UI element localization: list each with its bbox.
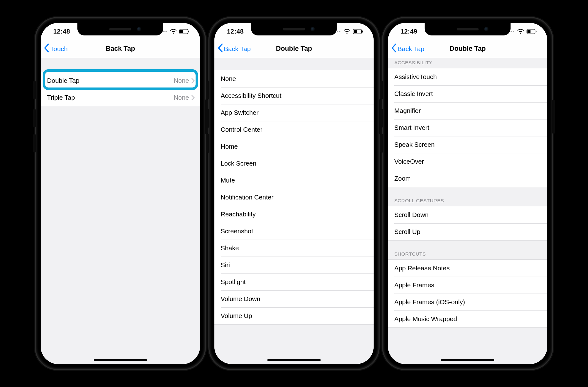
option-row[interactable]: Zoom	[388, 170, 547, 187]
option-row[interactable]: Volume Up	[214, 307, 374, 324]
option-row[interactable]: Apple Frames (iOS-only)	[388, 294, 547, 310]
section-header: Shortcuts	[388, 251, 547, 259]
screen: 12:49 Back Tap Double Tap AccessibilityA…	[388, 23, 547, 364]
option-label: Home	[221, 143, 238, 150]
option-row[interactable]: Siri	[214, 257, 374, 273]
notch	[251, 23, 337, 35]
option-label: App Release Notes	[394, 264, 547, 272]
option-row[interactable]: Lock Screen	[214, 155, 374, 172]
back-label: Touch	[50, 45, 68, 53]
nav-bar: Back Tap Double Tap	[214, 40, 374, 58]
option-row[interactable]: Screenshot	[214, 223, 374, 240]
option-row[interactable]: Smart Invert	[388, 119, 547, 136]
section-header: Accessibility	[388, 60, 547, 68]
option-row[interactable]: VoiceOver	[388, 153, 547, 170]
option-row[interactable]: None	[214, 70, 374, 87]
option-label: Accessibility Shortcut	[221, 92, 281, 99]
option-row[interactable]: Notification Center	[214, 189, 374, 206]
row-double-tap[interactable]: Double Tap None	[41, 72, 200, 89]
option-label: Mute	[221, 177, 235, 184]
chevron-left-icon	[44, 44, 50, 54]
option-label: Magnifier	[394, 107, 547, 114]
option-row[interactable]: Classic Invert	[388, 85, 547, 102]
option-label: Apple Frames (iOS-only)	[394, 298, 547, 306]
notch	[425, 23, 511, 35]
option-row[interactable]: Apple Music Wrapped	[388, 310, 547, 327]
option-row[interactable]: Shake	[214, 240, 374, 257]
home-indicator[interactable]	[441, 359, 494, 361]
notch	[77, 23, 163, 35]
back-button[interactable]: Back Tap	[218, 40, 251, 58]
option-label: AssistiveTouch	[394, 73, 547, 81]
svg-rect-8	[536, 30, 537, 32]
content[interactable]: AccessibilityAssistiveTouchClassic Inver…	[388, 58, 547, 364]
row-value: None	[174, 77, 189, 84]
option-row[interactable]: Speak Screen	[388, 136, 547, 153]
wifi-icon	[517, 29, 524, 34]
option-row[interactable]: App Switcher	[214, 104, 374, 121]
option-label: VoiceOver	[394, 158, 547, 165]
option-label: Siri	[221, 261, 230, 269]
svg-rect-4	[354, 30, 357, 33]
option-label: Volume Up	[221, 312, 252, 320]
battery-icon	[353, 29, 363, 34]
option-label: Speak Screen	[394, 141, 547, 148]
status-time: 12:49	[397, 28, 417, 35]
option-label: Zoom	[394, 175, 547, 182]
option-row[interactable]: Mute	[214, 172, 374, 189]
row-label: Triple Tap	[47, 94, 174, 101]
wifi-icon	[344, 29, 350, 34]
status-time: 12:48	[223, 28, 244, 35]
back-button[interactable]: Touch	[44, 40, 68, 58]
option-label: Notification Center	[221, 194, 274, 201]
status-time: 12:48	[50, 28, 70, 35]
option-label: Spotlight	[221, 278, 246, 286]
content[interactable]: NoneAccessibility ShortcutApp SwitcherCo…	[214, 58, 374, 364]
iphone-frame: 12:48 Back Tap Double Tap NoneAcce	[209, 18, 379, 369]
battery-icon	[527, 29, 537, 34]
option-label: App Switcher	[221, 109, 259, 116]
option-row[interactable]: Control Center	[214, 121, 374, 138]
screen: 12:48 Back Tap Double Tap NoneAcce	[214, 23, 374, 364]
option-label: Apple Music Wrapped	[394, 315, 547, 323]
option-label: Apple Frames	[394, 281, 547, 289]
section-header: Scroll Gestures	[388, 198, 547, 206]
option-label: Volume Down	[221, 295, 260, 303]
option-row[interactable]: Scroll Up	[388, 223, 547, 240]
option-row[interactable]: Home	[214, 138, 374, 155]
nav-title: Double Tap	[449, 45, 486, 53]
chevron-left-icon	[391, 44, 397, 54]
nav-title: Double Tap	[276, 45, 312, 53]
option-label: Smart Invert	[394, 124, 547, 131]
option-row[interactable]: Volume Down	[214, 290, 374, 307]
option-label: Screenshot	[221, 227, 253, 235]
option-label: Lock Screen	[221, 160, 256, 167]
row-label: Double Tap	[47, 77, 174, 84]
row-triple-tap[interactable]: Triple Tap None	[41, 89, 200, 106]
chevron-left-icon	[218, 44, 223, 54]
chevron-right-icon	[192, 78, 195, 83]
option-label: Shake	[221, 244, 239, 252]
home-indicator[interactable]	[267, 359, 321, 361]
option-label: Classic Invert	[394, 90, 547, 98]
option-row[interactable]: AssistiveTouch	[388, 68, 547, 85]
back-button[interactable]: Back Tap	[391, 40, 424, 58]
option-label: None	[221, 75, 236, 82]
nav-bar: Touch Back Tap	[41, 40, 200, 58]
option-row[interactable]: Spotlight	[214, 273, 374, 290]
chevron-right-icon	[192, 95, 195, 100]
wifi-icon	[170, 29, 177, 34]
option-row[interactable]: App Release Notes	[388, 260, 547, 277]
iphone-frame: 12:49 Back Tap Double Tap AccessibilityA…	[383, 18, 552, 369]
home-indicator[interactable]	[94, 359, 147, 361]
nav-bar: Back Tap Double Tap	[388, 40, 547, 58]
svg-rect-5	[362, 30, 363, 32]
iphone-frame: 12:48 Touch Back Tap	[36, 18, 205, 369]
option-row[interactable]: Magnifier	[388, 102, 547, 119]
option-row[interactable]: Accessibility Shortcut	[214, 87, 374, 104]
option-row[interactable]: Apple Frames	[388, 277, 547, 294]
option-row[interactable]: Scroll Down	[388, 206, 547, 223]
option-row[interactable]: Reachability	[214, 206, 374, 223]
option-label: Scroll Up	[394, 228, 547, 236]
screen: 12:48 Touch Back Tap	[41, 23, 200, 364]
